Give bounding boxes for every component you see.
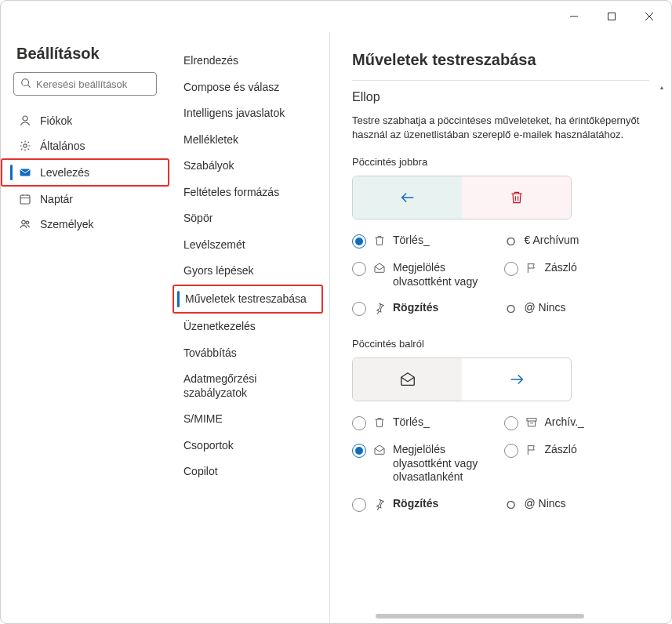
swipe-right-label: Pöccintés jobbra [352,156,649,168]
svg-line-5 [28,85,31,87]
subnav-quicksteps[interactable]: Gyors lépések [173,258,323,285]
radio-icon [352,416,366,430]
opt-label: Megjelölés olvasottként vagy [393,261,498,288]
subnav-compose[interactable]: Compose és válasz [173,74,323,101]
subnav-layout[interactable]: Elrendezés [173,48,323,74]
opt-right-archive[interactable]: O € Archívum [504,234,650,249]
radio-icon [504,416,518,430]
scrollbar-thumb[interactable] [376,614,583,619]
calendar-icon [18,193,32,205]
swipe-right-preview-delete [462,176,571,219]
subnav-attachments[interactable]: Mellékletek [173,127,323,154]
mail-icon [18,166,32,179]
sidebar-item-label: Fiókok [40,114,72,127]
opt-label: Rögzítés [393,497,498,511]
radio-icon: O [504,498,518,512]
swipe-left-label: Pöccintés balról [352,338,649,350]
svg-point-14 [26,221,29,224]
opt-label: Zászló [545,443,650,457]
person-icon [18,114,32,127]
section-title: Ellop [352,90,649,104]
detail-panel: Műveletek testreszabása ▴ Ellop Testre s… [330,32,671,623]
settings-nav: Fiókok Általános Levelezés [1,105,169,240]
people-icon [18,218,32,230]
swipe-left-options: Törlés_ Archív._ Megjelölés olyasottként… [352,415,649,512]
mail-read-icon [372,444,387,456]
gear-icon [18,140,32,152]
flag-icon [525,262,539,274]
mail-read-icon [372,262,387,274]
opt-right-markread[interactable]: Megjelölés olvasottként vagy [352,261,498,288]
radio-icon [352,302,366,316]
sidebar-item-people[interactable]: Személyek [1,212,169,237]
mail-subnav: Elrendezés Compose és válasz Intelligens… [169,32,330,623]
subnav-retention[interactable]: Adatmegőrzési szabályzatok [173,366,323,406]
radio-icon [504,444,518,458]
page-title: Műveletek testreszabása [330,32,671,80]
horizontal-scrollbar[interactable] [352,614,649,619]
opt-left-delete[interactable]: Törlés_ [352,415,498,430]
subnav-suggestions[interactable]: Intelligens javaslatok [173,100,323,127]
svg-rect-9 [20,195,30,204]
opt-left-markread[interactable]: Megjelölés olyasottként vagy olvasatlank… [352,443,498,484]
swipe-left-preview-action [462,358,571,401]
svg-point-6 [23,116,27,121]
opt-left-archive[interactable]: Archív._ [504,415,650,430]
radio-icon: O [504,302,518,316]
archive-icon [525,416,539,429]
subnav-forwarding[interactable]: Továbbítás [173,340,323,367]
opt-right-delete[interactable]: Törlés_ [352,234,498,249]
subnav-copilot[interactable]: Copilot [173,459,323,485]
sidebar-item-general[interactable]: Általános [1,133,169,158]
swipe-left-preview [352,357,572,401]
radio-icon [352,444,366,458]
search-input[interactable] [36,78,168,90]
swipe-left-preview-read [353,358,462,401]
subnav-smime[interactable]: S/MIME [173,406,323,433]
sidebar-item-mail[interactable]: Levelezés [1,158,169,187]
opt-right-flag[interactable]: Zászló [504,261,650,288]
sidebar-item-label: Általános [40,140,85,152]
svg-point-7 [24,144,27,147]
section-description: Testre szabhatja a pöccintéses műveletek… [352,114,649,142]
opt-right-pin[interactable]: Rögzítés [352,301,498,316]
opt-left-pin[interactable]: Rögzítés [352,497,498,512]
radio-icon [504,262,518,276]
subnav-message-handling[interactable]: Üzenetkezelés [173,314,323,340]
sidebar-item-accounts[interactable]: Fiókok [1,108,169,133]
sidebar-item-label: Levelezés [40,166,89,179]
close-button[interactable] [634,4,665,29]
opt-label: Archív._ [545,415,650,430]
subnav-list: Elrendezés Compose és válasz Intelligens… [169,48,329,485]
settings-title: Beállítások [1,45,169,72]
maximize-button[interactable] [596,4,627,29]
opt-label: Megjelölés olyasottként vagy olvasatlank… [393,443,498,484]
swipe-right-preview-action [353,176,462,219]
radio-icon [352,498,366,512]
opt-right-none[interactable]: O @ Nincs [504,301,650,316]
svg-rect-17 [527,419,536,421]
settings-sidebar: Beállítások Fiókok [1,32,169,623]
subnav-conditional[interactable]: Feltételes formázás [173,180,323,206]
search-icon [20,78,31,91]
sidebar-item-calendar[interactable]: Naptár [1,187,169,212]
delete-icon [372,416,387,429]
settings-window: Beállítások Fiókok [0,0,672,624]
subnav-customize-actions[interactable]: Műveletek testreszabása [173,285,323,314]
subnav-junk[interactable]: Levélszemét [173,232,323,259]
opt-label: Zászló [545,261,650,275]
minimize-button[interactable] [558,4,590,29]
opt-left-flag[interactable]: Zászló [504,443,650,484]
svg-point-13 [22,220,26,224]
radio-icon [352,234,366,249]
sidebar-item-label: Naptár [40,193,73,205]
subnav-sweep[interactable]: Söpör [173,205,323,232]
subnav-groups[interactable]: Csoportok [173,433,323,459]
radio-icon: O [504,234,518,249]
flag-icon [525,444,539,456]
pin-icon [372,302,387,314]
opt-left-none[interactable]: O @ Nincs [504,497,650,512]
search-input-wrap[interactable] [13,72,157,96]
content-area: Beállítások Fiókok [1,32,671,623]
subnav-rules[interactable]: Szabályok [173,153,323,180]
